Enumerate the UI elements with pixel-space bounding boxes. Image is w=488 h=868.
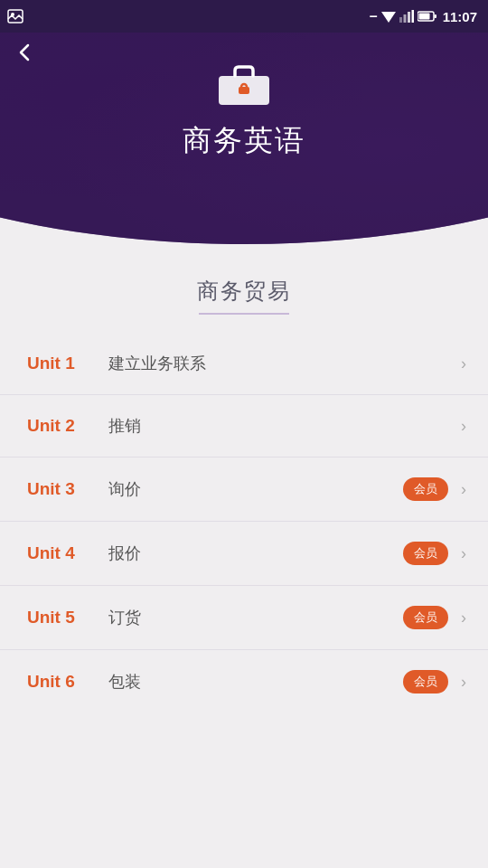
status-left-icons bbox=[7, 8, 23, 24]
unit-desc: 订货 bbox=[108, 607, 403, 628]
time-display: 11:07 bbox=[443, 9, 477, 24]
section-title-container: 商务贸易 bbox=[0, 244, 488, 333]
minus-icon: – bbox=[370, 8, 378, 24]
section-title: 商务贸易 bbox=[197, 277, 291, 306]
status-right-icons: – 11:07 bbox=[370, 8, 477, 24]
svg-rect-3 bbox=[399, 17, 402, 23]
svg-rect-8 bbox=[434, 14, 436, 18]
back-button[interactable] bbox=[14, 42, 36, 69]
svg-rect-4 bbox=[403, 14, 406, 23]
unit-item[interactable]: Unit 5订货会员› bbox=[0, 586, 488, 650]
course-title: 商务英语 bbox=[183, 121, 305, 161]
chevron-icon: › bbox=[461, 673, 466, 692]
unit-label: Unit 2 bbox=[27, 416, 108, 436]
unit-desc: 包装 bbox=[108, 671, 403, 693]
unit-label: Unit 6 bbox=[27, 672, 108, 692]
unit-desc: 报价 bbox=[108, 542, 403, 564]
svg-marker-2 bbox=[381, 12, 396, 23]
status-bar: – 11:07 bbox=[0, 0, 488, 33]
image-icon bbox=[7, 8, 23, 24]
signal-icon bbox=[399, 10, 414, 23]
member-badge: 会员 bbox=[403, 477, 448, 501]
unit-label: Unit 4 bbox=[27, 543, 108, 563]
unit-label: Unit 1 bbox=[27, 354, 108, 373]
course-icon bbox=[215, 60, 273, 107]
battery-icon bbox=[418, 11, 437, 22]
member-badge: 会员 bbox=[403, 542, 448, 565]
unit-item[interactable]: Unit 6包装会员› bbox=[0, 650, 488, 713]
unit-item[interactable]: Unit 2推销› bbox=[0, 395, 488, 458]
section-title-underline bbox=[199, 313, 289, 315]
unit-item[interactable]: Unit 3询价会员› bbox=[0, 458, 488, 522]
unit-list: Unit 1建立业务联系›Unit 2推销›Unit 3询价会员›Unit 4报… bbox=[0, 333, 488, 713]
svg-rect-5 bbox=[408, 12, 410, 23]
wifi-icon bbox=[381, 10, 396, 23]
member-badge: 会员 bbox=[403, 670, 448, 693]
unit-desc: 询价 bbox=[108, 478, 403, 500]
chevron-icon: › bbox=[461, 544, 466, 563]
member-badge: 会员 bbox=[403, 606, 448, 629]
chevron-icon: › bbox=[461, 417, 466, 436]
svg-rect-9 bbox=[418, 14, 429, 20]
unit-desc: 建立业务联系 bbox=[108, 353, 457, 374]
unit-label: Unit 3 bbox=[27, 479, 108, 499]
chevron-icon: › bbox=[461, 609, 466, 627]
chevron-icon: › bbox=[461, 354, 466, 373]
unit-desc: 推销 bbox=[108, 415, 457, 437]
unit-item[interactable]: Unit 1建立业务联系› bbox=[0, 333, 488, 395]
header-content: 商务英语 bbox=[0, 33, 488, 161]
main-content: 商务贸易 Unit 1建立业务联系›Unit 2推销›Unit 3询价会员›Un… bbox=[0, 244, 488, 868]
unit-item[interactable]: Unit 4报价会员› bbox=[0, 522, 488, 586]
svg-rect-6 bbox=[411, 10, 414, 23]
chevron-icon: › bbox=[461, 480, 466, 499]
unit-label: Unit 5 bbox=[27, 608, 108, 627]
